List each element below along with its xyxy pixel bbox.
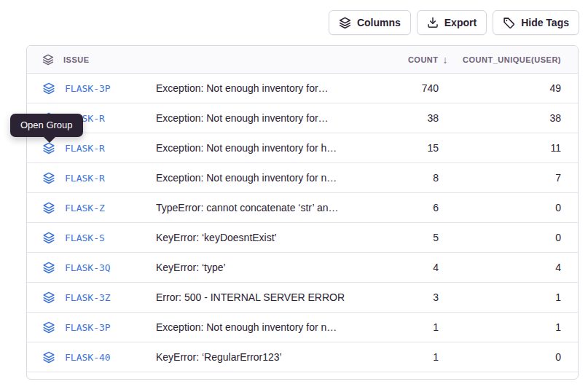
column-header-count-unique-label: COUNT_UNIQUE(USER) <box>463 55 561 64</box>
issue-title: Exception: Not enough inventory for n… <box>156 172 358 184</box>
issue-cell: FLASK-3Z <box>27 291 156 304</box>
issue-link[interactable]: FLASK-3Q <box>65 262 111 273</box>
tag-icon <box>503 17 515 29</box>
issue-cell: FLASK-3Q <box>27 262 156 274</box>
export-button[interactable]: Export <box>417 10 487 35</box>
columns-button-label: Columns <box>357 17 401 28</box>
issue-link[interactable]: FLASK-3P <box>65 322 111 333</box>
issue-title: Exception: Not enough inventory for n… <box>156 321 358 333</box>
issue-cell: FLASK-3P <box>27 82 156 95</box>
download-icon <box>427 17 439 28</box>
column-header-issue-label: ISSUE <box>63 55 90 64</box>
count-unique-value: 0 <box>439 351 579 363</box>
table-row: FLASK-R Exception: Not enough inventory … <box>27 103 578 133</box>
column-header-issue[interactable]: ISSUE <box>27 54 156 66</box>
toolbar: Columns Export Hide Tags <box>329 10 579 35</box>
issue-cell: FLASK-3P <box>27 321 156 334</box>
table-row: FLASK-S KeyError: ‘keyDoesntExist’ 5 0 <box>27 223 578 253</box>
open-group-icon[interactable] <box>42 291 55 304</box>
table-header: ISSUE COUNT ↓ COUNT_UNIQUE(USER) <box>27 46 578 74</box>
open-group-icon[interactable] <box>42 232 55 244</box>
issue-title: KeyError: ‘type’ <box>156 262 358 273</box>
column-header-count-unique[interactable]: COUNT_UNIQUE(USER) <box>439 55 579 64</box>
table-body: FLASK-3P Exception: Not enough inventory… <box>27 74 578 372</box>
count-unique-value: 1 <box>439 321 579 333</box>
table-row: FLASK-3P Exception: Not enough inventory… <box>27 74 578 103</box>
count-value: 38 <box>358 112 439 124</box>
issue-title: Error: 500 - INTERNAL SERVER ERROR <box>156 291 358 303</box>
hide-tags-button-label: Hide Tags <box>521 17 569 28</box>
columns-button[interactable]: Columns <box>329 10 411 35</box>
open-group-icon[interactable] <box>42 172 55 184</box>
tooltip-arrow-icon <box>44 137 55 143</box>
column-header-count-label: COUNT <box>408 55 439 64</box>
hide-tags-button[interactable]: Hide Tags <box>493 10 579 35</box>
issue-cell: FLASK-40 <box>27 351 156 364</box>
issue-link[interactable]: FLASK-S <box>65 232 105 243</box>
issue-title: TypeError: cannot concatenate ‘str’ an… <box>156 202 358 213</box>
table-row: FLASK-3P Exception: Not enough inventory… <box>27 313 578 342</box>
layers-icon <box>339 17 351 29</box>
count-unique-value: 0 <box>439 232 579 243</box>
issue-title: Exception: Not enough inventory for h… <box>156 142 358 154</box>
discover-results-page: Columns Export Hide Tags <box>0 0 588 392</box>
issue-cell: FLASK-Z <box>27 202 156 214</box>
count-value: 3 <box>358 291 439 303</box>
count-unique-value: 7 <box>439 172 579 184</box>
count-unique-value: 38 <box>439 112 579 124</box>
count-unique-value: 4 <box>439 262 579 273</box>
issue-link[interactable]: FLASK-40 <box>65 352 111 363</box>
table-row: FLASK-3Q KeyError: ‘type’ 4 4 <box>27 253 578 283</box>
count-unique-value: 1 <box>439 291 579 303</box>
count-unique-value: 11 <box>439 142 579 154</box>
issue-link[interactable]: FLASK-Z <box>65 203 105 213</box>
table-row: FLASK-40 KeyError: ‘RegularError123’ 1 0 <box>27 342 578 372</box>
count-value: 5 <box>358 232 439 243</box>
table-row: FLASK-R Exception: Not enough inventory … <box>27 163 578 193</box>
issue-cell: FLASK-R <box>27 172 156 184</box>
issue-title: Exception: Not enough inventory for… <box>156 112 358 124</box>
issue-title: KeyError: ‘keyDoesntExist’ <box>156 232 358 243</box>
layers-icon <box>42 54 54 66</box>
issue-link[interactable]: FLASK-R <box>65 143 105 154</box>
open-group-tooltip-label: Open Group <box>20 119 73 130</box>
open-group-icon[interactable] <box>42 262 55 274</box>
export-button-label: Export <box>444 17 477 28</box>
count-value: 1 <box>358 351 439 363</box>
count-value: 1 <box>358 321 439 333</box>
count-value: 15 <box>358 142 439 154</box>
issue-link[interactable]: FLASK-R <box>65 173 105 184</box>
open-group-icon[interactable] <box>42 202 55 214</box>
open-group-icon[interactable] <box>42 351 55 364</box>
count-unique-value: 49 <box>439 82 579 94</box>
issue-cell: FLASK-S <box>27 232 156 244</box>
results-table: ISSUE COUNT ↓ COUNT_UNIQUE(USER) <box>26 45 579 380</box>
open-group-tooltip: Open Group <box>10 114 83 137</box>
table-row: FLASK-R Exception: Not enough inventory … <box>27 133 578 163</box>
open-group-icon[interactable] <box>42 142 55 154</box>
count-value: 8 <box>358 172 439 184</box>
issue-link[interactable]: FLASK-3P <box>65 83 111 94</box>
issue-link[interactable]: FLASK-3Z <box>65 292 111 303</box>
issue-title: KeyError: ‘RegularError123’ <box>156 351 358 363</box>
issue-title: Exception: Not enough inventory for… <box>156 82 358 94</box>
count-value: 740 <box>358 82 439 94</box>
issue-cell: FLASK-R <box>27 142 156 154</box>
column-header-count[interactable]: COUNT ↓ <box>358 54 439 66</box>
table-row: FLASK-3Z Error: 500 - INTERNAL SERVER ER… <box>27 283 578 313</box>
count-value: 6 <box>358 202 439 213</box>
count-unique-value: 0 <box>439 202 579 213</box>
table-row: FLASK-Z TypeError: cannot concatenate ‘s… <box>27 193 578 223</box>
open-group-icon[interactable] <box>42 82 55 95</box>
count-value: 4 <box>358 262 439 273</box>
open-group-icon[interactable] <box>42 321 55 334</box>
